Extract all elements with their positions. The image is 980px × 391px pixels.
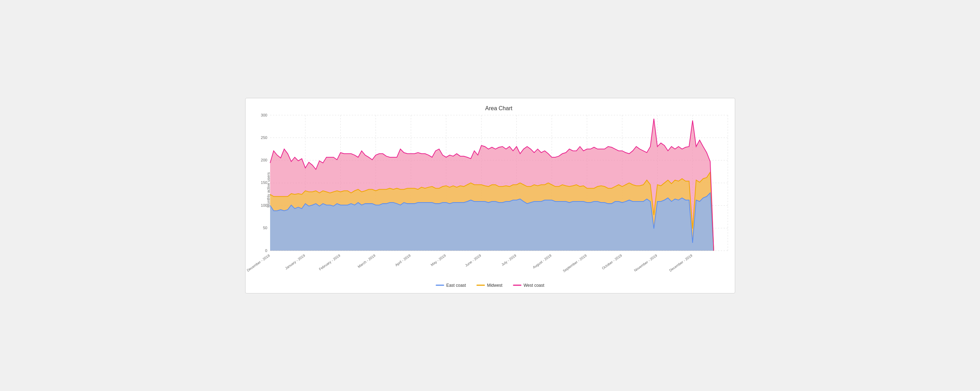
legend-west-coast: West coast [513, 283, 544, 288]
svg-text:January - 2019: January - 2019 [284, 253, 305, 270]
svg-text:June - 2019: June - 2019 [464, 253, 482, 267]
svg-text:50: 50 [263, 226, 267, 230]
svg-text:May - 2019: May - 2019 [430, 253, 447, 266]
y-axis-label: Monthly active users [266, 173, 270, 207]
chart-legend: East coast Midwest West coast [436, 283, 544, 288]
svg-text:November - 2019: November - 2019 [633, 253, 658, 272]
chart-area: Monthly active users [270, 115, 728, 265]
svg-text:July - 2019: July - 2019 [501, 253, 517, 266]
svg-text:February - 2019: February - 2019 [318, 253, 341, 271]
west-coast-legend-label: West coast [523, 283, 544, 288]
svg-text:0: 0 [265, 249, 267, 253]
main-chart-svg: 0 50 100 150 200 250 300 December - 2018… [270, 115, 728, 265]
svg-text:December - 2018: December - 2018 [246, 253, 270, 272]
east-coast-legend-line [436, 285, 444, 286]
legend-east-coast: East coast [436, 283, 466, 288]
midwest-legend-line [476, 285, 485, 286]
chart-title: Area Chart [270, 105, 728, 112]
east-coast-legend-label: East coast [446, 283, 466, 288]
svg-text:April - 2019: April - 2019 [394, 253, 411, 267]
svg-text:August - 2019: August - 2019 [532, 253, 552, 269]
west-coast-legend-line [513, 285, 521, 286]
svg-text:October - 2019: October - 2019 [601, 253, 622, 270]
svg-text:300: 300 [261, 113, 267, 117]
svg-text:March - 2019: March - 2019 [357, 253, 376, 269]
chart-container: Area Chart Monthly active users [245, 98, 735, 293]
svg-text:September - 2019: September - 2019 [562, 253, 587, 273]
svg-text:250: 250 [261, 136, 267, 140]
legend-midwest: Midwest [476, 283, 502, 288]
midwest-legend-label: Midwest [487, 283, 502, 288]
svg-text:200: 200 [261, 158, 267, 162]
svg-text:December - 2019: December - 2019 [668, 253, 693, 272]
